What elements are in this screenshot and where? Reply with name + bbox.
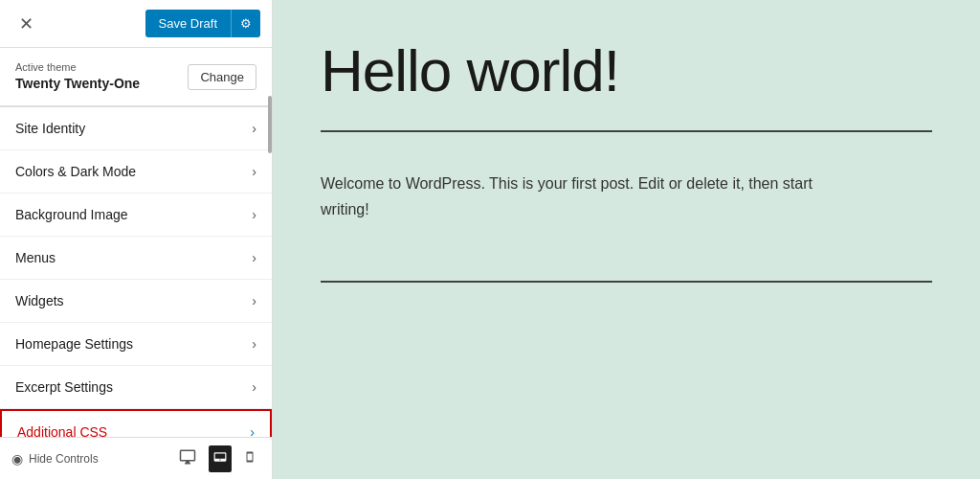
menu-item-label: Widgets [15, 293, 64, 308]
active-theme-name: Twenty Twenty-One [15, 76, 140, 91]
menu-item-label: Menus [15, 250, 56, 265]
menu-item-additional-css[interactable]: Additional CSS › [0, 409, 272, 437]
save-draft-gear-button[interactable]: ⚙ [231, 10, 260, 37]
menu-item-colors-dark-mode[interactable]: Colors & Dark Mode › [0, 150, 272, 194]
chevron-right-icon: › [252, 121, 256, 136]
chevron-right-icon: › [252, 164, 256, 179]
chevron-right-icon: › [252, 336, 256, 352]
top-bar: ✕ Save Draft ⚙ [0, 0, 272, 48]
save-draft-button[interactable]: Save Draft [145, 10, 231, 37]
menu-item-widgets[interactable]: Widgets › [0, 280, 272, 323]
menu-item-background-image[interactable]: Background Image › [0, 194, 272, 237]
chevron-right-icon: › [252, 293, 256, 308]
hide-controls-label: Hide Controls [29, 452, 99, 466]
desktop-view-button[interactable] [174, 445, 201, 472]
menu-item-label: Homepage Settings [15, 336, 133, 352]
menu-item-label: Additional CSS [17, 424, 107, 437]
active-theme-section: Active theme Twenty Twenty-One Change [0, 48, 272, 106]
menu-item-homepage-settings[interactable]: Homepage Settings › [0, 323, 272, 366]
chevron-right-icon: › [252, 250, 256, 265]
menu-item-label: Colors & Dark Mode [15, 164, 136, 179]
preview-divider-top [321, 130, 932, 132]
menu-item-label: Site Identity [15, 121, 85, 136]
chevron-right-icon: › [252, 379, 256, 395]
change-theme-button[interactable]: Change [188, 64, 256, 90]
menu-item-excerpt-settings[interactable]: Excerpt Settings › [0, 366, 272, 409]
preview-body-text: Welcome to WordPress. This is your first… [321, 171, 857, 222]
customizer-menu: Site Identity › Colors & Dark Mode › Bac… [0, 106, 272, 437]
active-theme-info: Active theme Twenty Twenty-One [15, 61, 140, 92]
save-draft-group: Save Draft ⚙ [145, 10, 260, 37]
chevron-right-icon: › [250, 424, 255, 437]
device-switcher [174, 445, 260, 472]
menu-item-label: Background Image [15, 207, 128, 222]
hide-controls-button[interactable]: ◉ Hide Controls [11, 451, 99, 467]
menu-item-menus[interactable]: Menus › [0, 237, 272, 280]
preview-divider-bottom [321, 281, 932, 283]
hide-controls-icon: ◉ [11, 451, 23, 467]
menu-item-site-identity[interactable]: Site Identity › [0, 107, 272, 150]
active-theme-label: Active theme [15, 61, 140, 73]
mobile-view-button[interactable] [239, 445, 260, 472]
preview-panel: Hello world! Welcome to WordPress. This … [273, 0, 980, 479]
tablet-view-button[interactable] [209, 445, 232, 472]
chevron-right-icon: › [252, 207, 256, 222]
menu-item-label: Excerpt Settings [15, 379, 113, 395]
left-panel: ✕ Save Draft ⚙ Active theme Twenty Twent… [0, 0, 273, 479]
bottom-bar: ◉ Hide Controls [0, 437, 272, 479]
preview-title: Hello world! [321, 38, 932, 103]
close-button[interactable]: ✕ [11, 10, 41, 38]
